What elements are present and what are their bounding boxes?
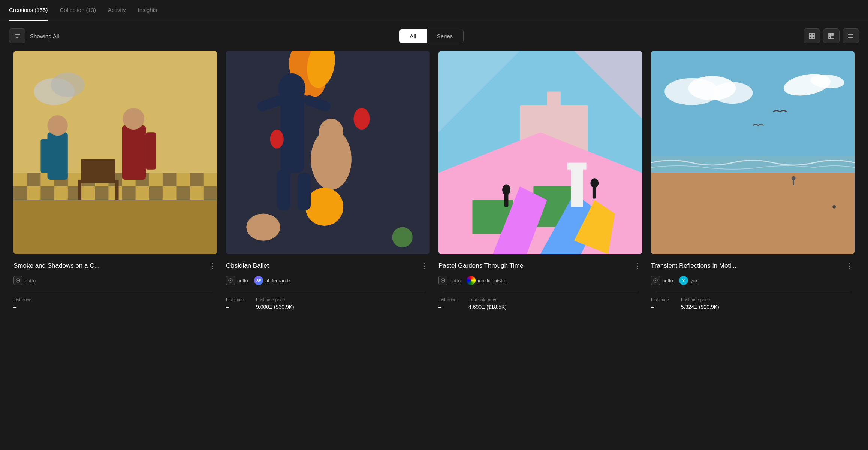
showing-all-label: Showing All (30, 33, 59, 39)
card-4-last-sale-label: Last sale price (681, 297, 719, 302)
svg-point-77 (712, 82, 753, 104)
card-4-list-price-label: List price (651, 297, 669, 302)
botto-logo-2 (226, 276, 235, 285)
card-4-more-button[interactable]: ⋮ (845, 260, 855, 271)
svg-rect-48 (297, 173, 311, 210)
card-1-divider (18, 291, 213, 291)
svg-rect-31 (115, 180, 119, 200)
card-3-last-sale: Last sale price 4.690Ξ ($18.5K) (468, 297, 507, 310)
card-1-prices: List price – (13, 297, 217, 310)
svg-rect-69 (593, 186, 596, 199)
svg-rect-40 (280, 92, 304, 173)
card-4-artwork (651, 51, 855, 254)
card-4-last-sale-value: 5.324Ξ ($20.9K) (681, 304, 719, 310)
botto-logo-4 (651, 276, 660, 285)
card-4-title: Transient Reflections in Moti... (651, 262, 842, 270)
toolbar: Showing All All Series (0, 21, 868, 51)
svg-point-49 (246, 213, 280, 240)
svg-marker-32 (13, 200, 217, 254)
svg-rect-7 (829, 33, 830, 35)
svg-point-45 (319, 119, 343, 146)
toggle-series-button[interactable]: Series (427, 29, 464, 43)
card-2-botto-name: botto (237, 278, 248, 283)
tabs-container: Creations (155) Collection (13) Activity… (0, 0, 868, 21)
cards-grid: Smoke and Shadows on a C... ⋮ botto List… (0, 51, 868, 319)
card-4-image-wrap[interactable] (651, 51, 855, 254)
svg-rect-9 (832, 33, 834, 35)
list-view-button[interactable] (843, 28, 859, 43)
card-1-botto-name: botto (25, 278, 36, 283)
card-1-title: Smoke and Shadows on a C... (13, 262, 204, 270)
svg-point-85 (832, 205, 836, 209)
card-1-authors: botto (13, 276, 217, 285)
card-2-list-price-label: List price (226, 297, 244, 302)
svg-point-22 (51, 73, 85, 97)
mosaic-view-button[interactable] (823, 28, 840, 43)
card-4-list-price: List price – (651, 297, 669, 310)
mosaic-icon (828, 33, 835, 39)
card-2-more-button[interactable]: ⋮ (420, 260, 430, 271)
card-1-more-button[interactable]: ⋮ (207, 260, 217, 271)
card-1-image-wrap[interactable] (13, 51, 217, 254)
svg-point-87 (655, 280, 656, 281)
svg-point-73 (442, 280, 444, 281)
card-3-title-row: Pastel Gardens Through Time ⋮ (438, 260, 642, 271)
grid-icon (808, 33, 815, 39)
botto-logo-1 (13, 276, 22, 285)
svg-rect-30 (78, 180, 81, 200)
svg-rect-28 (146, 132, 156, 170)
card-2-list-price-value: – (226, 304, 244, 310)
svg-rect-3 (809, 33, 811, 36)
svg-point-35 (17, 280, 19, 281)
svg-rect-74 (651, 51, 855, 173)
card-3-image-wrap[interactable] (438, 51, 642, 254)
card-3-botto-name: botto (450, 278, 461, 283)
card-2-last-sale-value: 9.000Ξ ($30.9K) (256, 304, 294, 310)
card-4-author-yck: Y yck (679, 276, 698, 285)
svg-point-51 (270, 130, 284, 149)
card-2-image-wrap[interactable] (226, 51, 430, 254)
card-2-al-avatar: AF (254, 276, 263, 285)
svg-rect-81 (651, 156, 855, 173)
card-3-list-price-value: – (438, 304, 456, 310)
card-2-last-sale: Last sale price 9.000Ξ ($30.9K) (256, 297, 294, 310)
toolbar-left: Showing All (9, 28, 59, 43)
card-2-divider (230, 291, 425, 291)
svg-rect-5 (809, 36, 811, 39)
card-4-last-sale: Last sale price 5.324Ξ ($20.9K) (681, 297, 719, 310)
grid-view-button[interactable] (804, 28, 820, 43)
filter-button[interactable] (9, 28, 25, 43)
card-2-prices: List price – Last sale price 9.000Ξ ($30… (226, 297, 430, 310)
card-4: Transient Reflections in Moti... ⋮ botto… (647, 51, 859, 319)
card-3-divider (443, 291, 638, 291)
svg-rect-6 (812, 36, 814, 39)
view-toggle-group: All Series (399, 29, 464, 43)
card-3-author-intel: I intelligentstri... (467, 276, 509, 285)
svg-point-27 (123, 108, 144, 130)
tab-collection[interactable]: Collection (13) (60, 0, 96, 21)
svg-point-68 (590, 178, 599, 188)
toggle-all-button[interactable]: All (399, 29, 427, 43)
card-2-author-al: AF al_fernandz (254, 276, 291, 285)
card-4-yck-avatar: Y (679, 276, 688, 285)
tab-creations[interactable]: Creations (155) (9, 0, 48, 21)
card-4-divider (655, 291, 850, 291)
card-4-authors: botto Y yck (651, 276, 855, 285)
filter-icon (14, 33, 21, 39)
card-3-title: Pastel Gardens Through Time (438, 262, 629, 270)
card-4-title-row: Transient Reflections in Moti... ⋮ (651, 260, 855, 271)
card-1-author-botto: botto (13, 276, 36, 285)
more-icon: ⋮ (209, 262, 216, 270)
card-1-list-price-value: – (13, 304, 31, 310)
card-3-more-button[interactable]: ⋮ (632, 260, 642, 271)
card-3-list-price: List price – (438, 297, 456, 310)
card-2-artwork (226, 51, 430, 254)
card-2-last-sale-label: Last sale price (256, 297, 294, 302)
svg-rect-64 (571, 166, 583, 207)
svg-rect-8 (831, 33, 832, 35)
card-1-title-row: Smoke and Shadows on a C... ⋮ (13, 260, 217, 271)
svg-point-46 (305, 188, 343, 226)
botto-logo-3 (438, 276, 447, 285)
tab-activity[interactable]: Activity (108, 0, 126, 21)
tab-insights[interactable]: Insights (138, 0, 157, 21)
